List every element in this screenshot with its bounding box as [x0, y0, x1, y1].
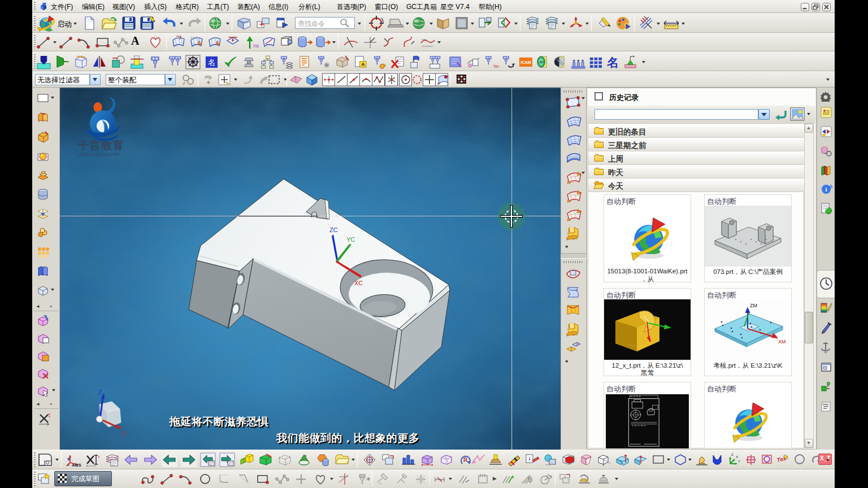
svg-text:ICAM: ICAM	[520, 60, 531, 65]
svg-text:Z: Z	[731, 453, 734, 456]
svg-text:Z: Z	[98, 389, 102, 395]
svg-text:XM: XM	[778, 339, 786, 345]
svg-text:na: na	[253, 43, 259, 49]
svg-text:ZM: ZM	[750, 303, 757, 308]
svg-text:名: 名	[208, 58, 215, 67]
svg-text:A: A	[361, 62, 364, 67]
svg-text:YC: YC	[346, 236, 355, 243]
svg-text:i: i	[825, 186, 827, 193]
svg-text:XC: XC	[354, 280, 363, 286]
svg-text:x: x	[49, 412, 50, 416]
svg-text:名: 名	[606, 56, 619, 69]
svg-text:Y: Y	[738, 460, 740, 463]
svg-text:X: X	[736, 455, 738, 459]
svg-text:JM: JM	[539, 60, 544, 64]
svg-text:R: R	[463, 457, 468, 463]
svg-text:X: X	[122, 430, 127, 437]
svg-text:ABS: ABS	[72, 463, 82, 468]
svg-text:i: i	[280, 18, 280, 21]
svg-text:Tex: Tex	[493, 64, 499, 69]
svg-text:ZC: ZC	[329, 226, 338, 233]
svg-text:x: x	[98, 455, 100, 459]
